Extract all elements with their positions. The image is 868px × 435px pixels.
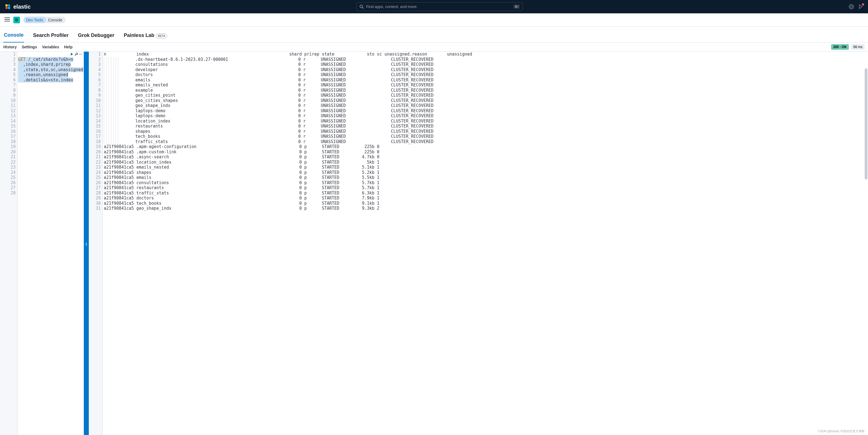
- request-pane[interactable]: 1234567891011121314151617181920212223242…: [0, 52, 84, 435]
- response-row: a21f90841ca5 geo_shape_indx 0 p STARTED …: [104, 206, 868, 211]
- response-status: 200 - OK: [831, 44, 849, 50]
- brand-logo[interactable]: elastic: [4, 3, 31, 10]
- request-editor[interactable]: GET /_cat/shards?v&h=n ,index,shard,prir…: [18, 52, 84, 435]
- toolbar-link-history[interactable]: History: [3, 45, 17, 49]
- response-row: a21f90841ca5 .async-search 0 p STARTED 4…: [104, 154, 868, 160]
- breadcrumb-item[interactable]: Dev Tools: [23, 17, 47, 23]
- space-avatar[interactable]: D: [13, 17, 20, 23]
- svg-point-2: [5, 7, 8, 9]
- svg-point-3: [8, 7, 10, 9]
- response-row: location_index 0 r UNASSIGNED CLUSTER_RE…: [104, 119, 868, 124]
- sub-bar: D Dev ToolsConsole: [0, 13, 868, 27]
- response-output: n index shard prirep state sto sc unassi…: [103, 52, 868, 435]
- response-row: a21f90841ca5 emails_nested 0 p STARTED 5…: [104, 165, 868, 170]
- svg-point-4: [360, 5, 363, 8]
- dots-icon[interactable]: [79, 52, 83, 57]
- response-row: a21f90841ca5 location_index 0 p STARTED …: [104, 160, 868, 165]
- response-row: consultations 0 r UNASSIGNED CLUSTER_REC…: [104, 62, 868, 67]
- response-scrollbar[interactable]: [865, 68, 867, 179]
- svg-point-12: [81, 54, 81, 55]
- response-row: example 0 r UNASSIGNED CLUSTER_RECOVERED: [104, 88, 868, 93]
- tab-console[interactable]: Console: [3, 30, 24, 42]
- svg-line-5: [363, 7, 364, 9]
- breadcrumb-item[interactable]: Console: [45, 17, 65, 23]
- svg-point-11: [80, 54, 80, 55]
- response-row: a21f90841ca5 traffic_stats 0 p STARTED 6…: [104, 191, 868, 196]
- svg-point-13: [82, 54, 83, 55]
- pane-splitter[interactable]: ‖: [84, 52, 89, 435]
- response-row: restaurants 0 r UNASSIGNED CLUSTER_RECOV…: [104, 124, 868, 129]
- response-row: a21f90841ca5 .apm-custom-link 0 p STARTE…: [104, 149, 868, 155]
- brand-text: elastic: [13, 4, 31, 10]
- response-row: a21f90841ca5 restaurants 0 p STARTED 5.7…: [104, 185, 868, 191]
- response-gutter: 1234567891011121314151617181920212223242…: [89, 52, 103, 435]
- console-toolbar: HistorySettingsVariablesHelp 200 - OK 66…: [0, 42, 868, 52]
- response-row: shapes 0 r UNASSIGNED CLUSTER_RECOVERED: [104, 129, 868, 134]
- tabs-bar: ConsoleSearch ProfilerGrok DebuggerPainl…: [0, 27, 868, 42]
- toolbar-link-settings[interactable]: Settings: [22, 45, 37, 49]
- response-row: geo_cities_shapes 0 r UNASSIGNED CLUSTER…: [104, 98, 868, 103]
- top-bar: elastic Find apps, content, and more. ⌘/: [0, 0, 868, 13]
- svg-point-7: [850, 5, 852, 8]
- beta-badge: BETA: [156, 34, 167, 38]
- search-placeholder: Find apps, content, and more.: [366, 4, 514, 9]
- svg-point-6: [849, 4, 854, 9]
- response-row: geo_shape_indx 0 r UNASSIGNED CLUSTER_RE…: [104, 103, 868, 108]
- breadcrumb: Dev ToolsConsole: [23, 17, 64, 23]
- search-icon: [359, 4, 364, 9]
- response-row: emails_nested 0 r UNASSIGNED CLUSTER_REC…: [104, 83, 868, 88]
- editor-split: 1234567891011121314151617181920212223242…: [0, 52, 868, 435]
- response-row: emails 0 r UNASSIGNED CLUSTER_RECOVERED: [104, 78, 868, 83]
- response-row: laptops-demo 0 r UNASSIGNED CLUSTER_RECO…: [104, 108, 868, 114]
- tab-painless-lab[interactable]: Painless LabBETA: [123, 30, 168, 42]
- request-gutter: 1234567891011121314151617181920212223242…: [0, 52, 18, 435]
- elastic-logo-icon: [4, 3, 11, 10]
- global-search[interactable]: Find apps, content, and more. ⌘/: [356, 2, 523, 11]
- svg-point-1: [8, 4, 10, 7]
- toolbar-link-variables[interactable]: Variables: [42, 45, 59, 49]
- response-row: traffic_stats 0 r UNASSIGNED CLUSTER_REC…: [104, 139, 868, 144]
- response-row: a21f90841ca5 doctors 0 p STARTED 7.9kb 1: [104, 196, 868, 201]
- wrench-icon[interactable]: [74, 52, 78, 57]
- response-row: tech_books 0 r UNASSIGNED CLUSTER_RECOVE…: [104, 134, 868, 139]
- newsfeed-icon[interactable]: [858, 4, 864, 9]
- response-row: a21f90841ca5 shapes 0 p STARTED 5.2kb 1: [104, 170, 868, 175]
- response-time: 66 ms: [851, 44, 865, 50]
- response-row: a21f90841ca5 consultations 0 p STARTED 5…: [104, 180, 868, 185]
- response-row: developer 0 r UNASSIGNED CLUSTER_RECOVER…: [104, 67, 868, 72]
- response-pane[interactable]: 1234567891011121314151617181920212223242…: [89, 52, 868, 435]
- response-row: a21f90841ca5 .apm-agent-configuration 0 …: [104, 144, 868, 149]
- response-row: geo_cities_point 0 r UNASSIGNED CLUSTER_…: [104, 93, 868, 98]
- splitter-handle-icon: ‖: [86, 243, 87, 245]
- response-row: .ds-heartbeat-8.6.1-2023.03.27-000001 0 …: [104, 57, 868, 62]
- search-shortcut: ⌘/: [514, 4, 520, 9]
- guide-icon[interactable]: [848, 4, 854, 9]
- notification-badge: [862, 3, 864, 5]
- tab-grok-debugger[interactable]: Grok Debugger: [78, 30, 115, 42]
- response-row: a21f90841ca5 tech_books 0 p STARTED 9.1k…: [104, 201, 868, 206]
- tab-search-profiler[interactable]: Search Profiler: [32, 30, 69, 42]
- toolbar-link-help[interactable]: Help: [64, 45, 72, 49]
- nav-toggle[interactable]: [4, 17, 10, 23]
- svg-point-0: [5, 4, 8, 7]
- play-icon[interactable]: [70, 52, 74, 57]
- response-row: a21f90841ca5 emails 0 p STARTED 5.5kb 1: [104, 175, 868, 180]
- response-row: doctors 0 r UNASSIGNED CLUSTER_RECOVERED: [104, 72, 868, 78]
- watermark: CSDN @Elastic 中国社区官方博客: [818, 429, 865, 433]
- response-row: laptops-demo 0 r UNASSIGNED CLUSTER_RECO…: [104, 113, 868, 119]
